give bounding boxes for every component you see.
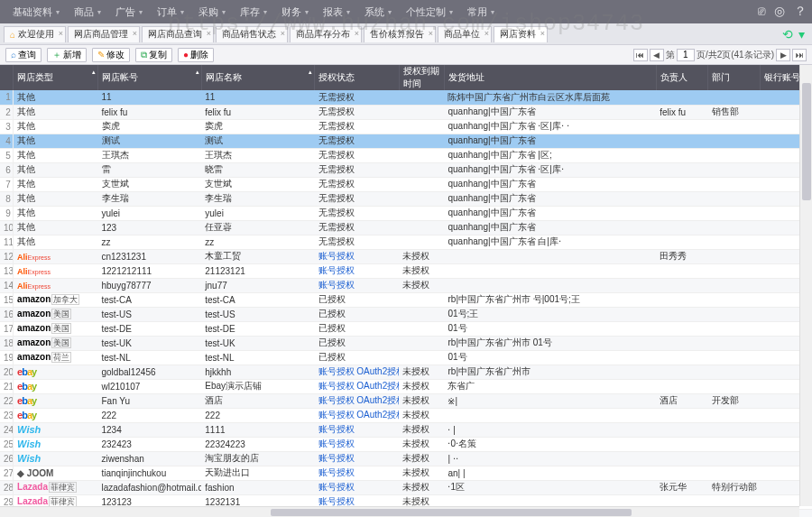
menu-ads[interactable]: 广告 — [108, 5, 150, 19]
table-row[interactable]: 2其他felix fufelix fu无需授权quanhang|中国广东省fel… — [0, 105, 812, 119]
table-row[interactable]: 7其他支世斌支世斌无需授权quanhang|中国广东省 — [0, 177, 812, 191]
menu-purchase[interactable]: 采购 — [191, 5, 233, 19]
menu-stock[interactable]: 库存 — [233, 5, 274, 19]
pager-first-button[interactable]: ⏮ — [633, 49, 648, 61]
col-type[interactable]: ▴网店类型 — [14, 65, 98, 90]
cell-auth[interactable]: 账号授权 — [315, 249, 400, 263]
pager-prev-button[interactable]: ◀ — [650, 49, 664, 61]
cell-auth[interactable]: 账号授权 OAuth2授权 — [315, 379, 400, 393]
table-row[interactable]: 28Lazada菲律宾lazadafashion@hotmail.comfash… — [0, 480, 812, 494]
col-idx[interactable] — [0, 65, 14, 90]
table-row[interactable]: 6其他雷晓雷无需授权quanhang|中国广东省 ‧区|库‧ — [0, 162, 812, 177]
help-icon[interactable]: ？ — [794, 4, 807, 20]
table-row[interactable]: 25Wish23242322324223账号授权未授权‧0‧名策 — [0, 437, 812, 451]
table-row[interactable]: 19amazon荷兰test-NLtest-NL已授权 01号 — [0, 350, 812, 365]
cell-auth[interactable]: 账号授权 — [315, 466, 400, 480]
menu-goods[interactable]: 商品 — [67, 5, 108, 19]
monitor-icon[interactable]: ⎚ — [758, 4, 765, 20]
tab[interactable]: ⌂欢迎使用× — [4, 26, 66, 42]
cell-type: ◆ JOOM — [14, 466, 98, 480]
table-row[interactable]: 16amazon美国test-UStest-US已授权 01号;王 — [0, 307, 812, 321]
col-addr[interactable]: 发货地址 — [444, 65, 656, 90]
table-row[interactable]: 21ebaywl210107Ebay演示店铺账号授权 OAuth2授权未授权 东… — [0, 379, 812, 393]
table-row[interactable]: 10其他123任亚蓉无需授权quanhang|中国广东省 — [0, 220, 812, 235]
close-icon[interactable]: × — [429, 29, 433, 38]
menu-report[interactable]: 报表 — [316, 5, 357, 19]
cell-name: 酒店 — [201, 393, 314, 408]
col-acct[interactable]: ▴网店帐号 — [98, 65, 202, 90]
tab[interactable]: 网店资料× — [494, 26, 548, 42]
close-icon[interactable]: × — [484, 29, 489, 38]
table-row[interactable]: 12AliExpresscn1231231木童工贸账号授权未授权田秀秀 — [0, 249, 812, 263]
table-row[interactable]: 3其他窦虎窦虎无需授权quanhang|中国广东省 ‧区|库‧ ‧ — [0, 119, 812, 134]
tab[interactable]: 网店商品管理× — [68, 26, 140, 42]
menu-orders[interactable]: 订单 — [150, 5, 191, 19]
table-row[interactable]: 26Wishziwenshan淘宝朋友的店账号授权未授权| ‧‧ — [0, 451, 812, 466]
table-row[interactable]: 24Wish12341111账号授权未授权‧ | — [0, 422, 812, 437]
col-owner[interactable]: 负责人 — [656, 65, 707, 90]
col-dept[interactable]: 部门 — [708, 65, 760, 90]
user-icon[interactable]: ◎ — [774, 4, 785, 20]
query-button[interactable]: ⌕查询 — [5, 48, 42, 62]
horizontal-scrollbar[interactable] — [0, 506, 799, 517]
table-row[interactable]: 17amazon美国test-DEtest-DE已授权 01号 — [0, 321, 812, 336]
cell-owner — [656, 321, 707, 336]
table-row[interactable]: 20ebaygoldbal12456hjkkhh账号授权 OAuth2授权未授权… — [0, 365, 812, 379]
cell-owner — [656, 162, 707, 177]
table-row[interactable]: 8其他李生瑞李生瑞无需授权quanhang|中国广东省 — [0, 191, 812, 206]
table-row[interactable]: 4其他测试测试无需授权quanhang|中国广东省 — [0, 134, 812, 148]
close-icon[interactable]: × — [355, 29, 359, 38]
tab[interactable]: 商品库存分布× — [290, 26, 362, 42]
add-button[interactable]: ＋新增 — [47, 48, 87, 62]
cell-auth[interactable]: 账号授权 — [315, 263, 400, 278]
tab[interactable]: 售价核算报告× — [364, 26, 436, 42]
cell-auth[interactable]: 账号授权 — [315, 480, 400, 494]
close-icon[interactable]: × — [133, 29, 137, 38]
cell-auth[interactable]: 账号授权 — [315, 422, 400, 437]
close-icon[interactable]: × — [281, 29, 285, 38]
pager-input[interactable] — [677, 49, 695, 61]
tab[interactable]: 网店商品查询× — [142, 26, 214, 42]
col-name[interactable]: ▴网店名称 — [201, 65, 314, 90]
col-auth[interactable]: 授权状态 — [315, 65, 400, 90]
close-icon[interactable]: × — [540, 29, 545, 38]
table-row[interactable]: 18amazon美国test-UKtest-UK已授权rb|中国广东省广州市 0… — [0, 336, 812, 350]
table-row[interactable]: 11其他zzzz无需授权quanhang|中国广东省 白|库‧ — [0, 235, 812, 249]
vertical-scrollbar[interactable] — [799, 65, 812, 506]
cell-auth[interactable]: 账号授权 OAuth2授权 — [315, 365, 400, 379]
menu-system[interactable]: 系统 — [357, 5, 399, 19]
cell-auth[interactable]: 账号授权 — [315, 278, 400, 292]
cell-acct: wl210107 — [98, 379, 202, 393]
cell-auth[interactable]: 账号授权 — [315, 451, 400, 466]
tab[interactable]: 商品销售状态× — [216, 26, 288, 42]
close-icon[interactable]: × — [59, 29, 63, 38]
menu-common[interactable]: 常用 — [460, 5, 502, 19]
pager-last-button[interactable]: ⏭ — [792, 49, 807, 61]
dropdown-icon[interactable]: ▾ — [798, 27, 805, 42]
close-icon[interactable]: × — [207, 29, 211, 38]
delete-button[interactable]: ●删除 — [178, 48, 214, 62]
menu-custom[interactable]: 个性定制 — [399, 5, 460, 19]
table-row[interactable]: 13AliExpress122121211121123121账号授权未授权 — [0, 263, 812, 278]
edit-button[interactable]: ✎修改 — [92, 48, 130, 62]
menu-finance[interactable]: 财务 — [274, 5, 316, 19]
col-expire[interactable]: 授权到期时间 — [399, 65, 444, 90]
sync-icon[interactable]: ⟲ — [782, 27, 793, 42]
table-row[interactable]: 22ebayFan Yu酒店账号授权 OAuth2授权未授权 ※|酒店开发部 — [0, 393, 812, 408]
cell-auth[interactable]: 账号授权 OAuth2授权 — [315, 408, 400, 422]
table-row[interactable]: 27◆ JOOMtianqinjinchukou天勤进出口账号授权未授权an| … — [0, 466, 812, 480]
cell-auth[interactable]: 账号授权 OAuth2授权 — [315, 393, 400, 408]
table-row[interactable]: 1其他1111无需授权陈炜中国广东省广州市白云区水库后面苑 — [0, 90, 812, 105]
table-row[interactable]: 5其他王琪杰王琪杰无需授权quanhang|中国广东省 |区; — [0, 148, 812, 162]
table-row[interactable]: 9其他yuleiyulei无需授权quanhang|中国广东省 — [0, 206, 812, 220]
cell-type: amazon美国 — [14, 321, 98, 336]
menu-basic[interactable]: 基础资料 — [5, 5, 67, 19]
cell-auth[interactable]: 账号授权 — [315, 437, 400, 451]
pager-next-button[interactable]: ▶ — [776, 49, 790, 61]
row-index: 2 — [0, 105, 14, 119]
tab[interactable]: 商品单位× — [438, 26, 492, 42]
table-row[interactable]: 15amazon加拿大test-CAtest-CA已授权rb|中国广东省广州市 … — [0, 292, 812, 307]
table-row[interactable]: 23ebay222222账号授权 OAuth2授权未授权 — [0, 408, 812, 422]
table-row[interactable]: 14AliExpresshbuyg78777jnu77账号授权未授权 — [0, 278, 812, 292]
copy-button[interactable]: ⧉复制 — [135, 48, 172, 62]
